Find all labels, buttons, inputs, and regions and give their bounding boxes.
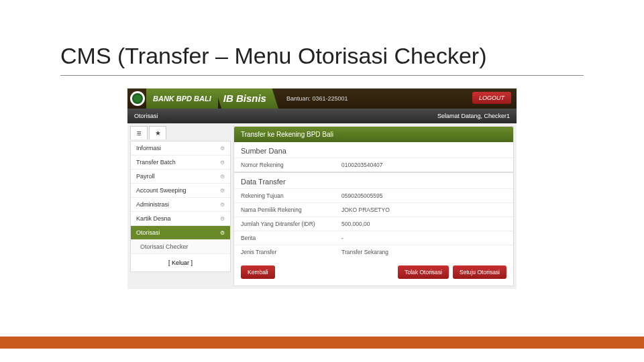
- sidebar-item-label: Administrasi: [136, 201, 169, 208]
- action-bar: Kembali Tolak Otorisasi Setuju Otorisasi: [234, 259, 513, 286]
- app-header: BANK BPD BALI IB Bisnis Bantuan: 0361-22…: [127, 88, 517, 109]
- gear-icon: [220, 229, 225, 236]
- sidebar-item-label: Account Sweeping: [136, 187, 186, 194]
- sidebar: Informasi Transfer Batch Payroll Account…: [130, 126, 231, 286]
- gear-icon: [220, 215, 225, 222]
- bank-logo: [130, 91, 145, 106]
- field-label: Rekening Tujuan: [241, 192, 341, 199]
- sidebar-item-label: Payroll: [136, 173, 155, 180]
- section-data-transfer: Data Transfer: [234, 173, 513, 188]
- bantuan-text: Bantuan: 0361-225001: [286, 95, 348, 102]
- field-value: -: [341, 235, 506, 241]
- row-jenis-transfer: Jenis Transfer Transfer Sekarang: [234, 245, 513, 259]
- field-label: Nomor Rekening: [241, 162, 341, 168]
- field-label: Nama Pemilik Rekening: [241, 206, 341, 213]
- ib-bisnis-label: IB Bisnis: [215, 88, 278, 109]
- tab-favorites[interactable]: [149, 126, 166, 139]
- sidebar-item-label: Kartik Desna: [136, 215, 171, 222]
- sidebar-item-kartik-desna[interactable]: Kartik Desna: [131, 212, 230, 226]
- reject-button[interactable]: Tolak Otorisasi: [398, 265, 449, 279]
- row-nomor-rekening: Nomor Rekening 0100203540407: [234, 158, 513, 172]
- bank-name: BANK BPD BALI: [146, 88, 218, 109]
- sidebar-item-label: Otorisasi: [136, 229, 160, 236]
- sidebar-item-label: Transfer Batch: [136, 159, 176, 166]
- footer-bar: [0, 337, 644, 349]
- back-button[interactable]: Kembali: [241, 265, 275, 279]
- sidebar-logout[interactable]: [ Keluar ]: [131, 254, 230, 272]
- field-value: 0590205005595: [341, 192, 506, 199]
- section-sumber-dana: Sumber Dana: [234, 142, 513, 158]
- sidebar-item-account-sweeping[interactable]: Account Sweeping: [131, 184, 230, 198]
- logout-button[interactable]: LOGOUT: [472, 92, 511, 104]
- row-jumlah: Jumlah Yang Ditransfer (IDR) 500.000,00: [234, 217, 513, 231]
- gear-icon: [220, 159, 225, 166]
- sidebar-item-informasi[interactable]: Informasi: [131, 141, 230, 156]
- title-underline: [60, 75, 584, 76]
- menubar-left[interactable]: Otorisasi: [134, 113, 158, 119]
- tab-list[interactable]: [130, 126, 148, 139]
- field-label: Jenis Transfer: [241, 249, 341, 255]
- sidebar-item-otorisasi[interactable]: Otorisasi: [131, 226, 230, 240]
- gear-icon: [220, 187, 225, 194]
- field-value: JOKO PRASETYO: [341, 206, 506, 213]
- sidebar-item-label: Informasi: [136, 145, 161, 152]
- sidebar-item-payroll[interactable]: Payroll: [131, 170, 230, 184]
- row-nama-pemilik: Nama Pemilik Rekening JOKO PRASETYO: [234, 202, 513, 217]
- field-value: 500.000,00: [341, 221, 506, 227]
- welcome-text: Selamat Datang, Checker1: [437, 113, 510, 119]
- sidebar-item-transfer-batch[interactable]: Transfer Batch: [131, 156, 230, 170]
- slide-title: CMS (Transfer – Menu Otorisasi Checker): [60, 43, 486, 69]
- field-value: 0100203540407: [341, 162, 506, 168]
- field-label: Jumlah Yang Ditransfer (IDR): [241, 221, 341, 227]
- field-value: Transfer Sekarang: [341, 249, 506, 255]
- row-rekening-tujuan: Rekening Tujuan 0590205005595: [234, 188, 513, 202]
- app-window: BANK BPD BALI IB Bisnis Bantuan: 0361-22…: [127, 88, 517, 289]
- main-panel: Transfer ke Rekening BPD Bali Sumber Dan…: [233, 126, 514, 286]
- list-icon: [136, 129, 141, 138]
- menubar: Otorisasi Selamat Datang, Checker1: [127, 109, 517, 123]
- star-icon: [155, 129, 161, 137]
- sidebar-subitem-otorisasi-checker[interactable]: Otorisasi Checker: [131, 240, 230, 254]
- gear-icon: [220, 173, 225, 180]
- approve-button[interactable]: Setuju Otorisasi: [453, 265, 506, 279]
- gear-icon: [220, 145, 225, 152]
- panel-title: Transfer ke Rekening BPD Bali: [234, 127, 513, 142]
- sidebar-item-administrasi[interactable]: Administrasi: [131, 198, 230, 212]
- row-berita: Berita -: [234, 231, 513, 245]
- field-label: Berita: [241, 235, 341, 241]
- gear-icon: [220, 201, 225, 208]
